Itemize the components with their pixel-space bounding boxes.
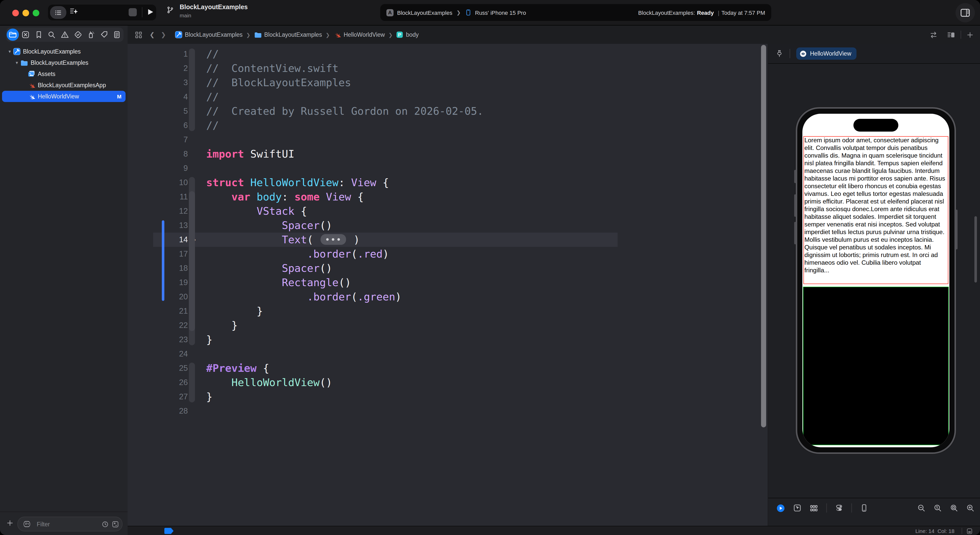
code-line-12[interactable]: 12 VStack { (127, 204, 768, 218)
preview-device-button[interactable] (860, 504, 868, 512)
swap-editor-button[interactable] (929, 30, 938, 39)
code-line-27[interactable]: 27} (127, 390, 768, 404)
window-title: BlockLayoutExamples (180, 3, 248, 11)
iphone-preview-device[interactable]: Lorem ipsum odor amet, consectetuer adip… (796, 107, 956, 454)
code-fold-ribbon[interactable] (189, 191, 195, 331)
zoom-out-button[interactable] (917, 504, 925, 512)
code-line-2[interactable]: 2// ContentView.swift (127, 61, 768, 76)
navigator-tab-magnifier[interactable] (46, 29, 58, 41)
code-line-24[interactable]: 24 (127, 347, 768, 361)
code-editor[interactable]: 1//2// ContentView.swift3// BlockLayoutE… (127, 44, 768, 526)
navigator-tab-folder-tab[interactable] (6, 29, 19, 41)
selectable-mode-button[interactable] (793, 504, 801, 512)
file-tree-row-blocklayoutexamples[interactable]: ▾BlockLayoutExamples (0, 57, 127, 68)
add-editor-button[interactable] (966, 31, 974, 38)
zoom-fit-button[interactable] (950, 504, 958, 512)
filter-field[interactable]: Filter (18, 517, 123, 532)
code-line-9[interactable]: 9 (127, 161, 768, 175)
filter-options-icon[interactable] (21, 521, 33, 528)
code-line-21[interactable]: 21 } (127, 304, 768, 318)
code-line-18[interactable]: 18 Spacer() (127, 261, 768, 275)
code-line-3[interactable]: 3// BlockLayoutExamples (127, 76, 768, 90)
chevron-right-icon: ❯ (326, 32, 330, 38)
code-line-28[interactable]: 28 (127, 404, 768, 418)
go-forward-button[interactable]: ❯ (161, 31, 166, 38)
code-line-25[interactable]: 25#Preview { (127, 361, 768, 375)
code-line-13[interactable]: 13 Spacer() (127, 218, 768, 233)
preview-scrollbar[interactable] (974, 216, 977, 283)
scheme-name[interactable]: BlockLayoutExamples (397, 10, 452, 16)
navigator-tab-bookmark[interactable] (33, 29, 45, 41)
code-line-26[interactable]: 26 HelloWorldView() (127, 375, 768, 390)
code-line-6[interactable]: 6// (127, 118, 768, 133)
navigator-tab-report-doc[interactable] (111, 29, 123, 41)
code-line-1[interactable]: 1// (127, 47, 768, 61)
code-line-22[interactable]: 22 } (127, 318, 768, 333)
related-items-button[interactable] (135, 31, 142, 38)
plusminus-filter-icon[interactable] (112, 521, 119, 528)
code-line-10[interactable]: 10struct HelloWorldView: View { (127, 175, 768, 190)
file-tree-row-assets[interactable]: Assets (0, 68, 127, 79)
variants-button[interactable] (810, 504, 818, 512)
minimize-window-button[interactable] (22, 10, 29, 16)
code-line-23[interactable]: 23} (127, 333, 768, 347)
file-tree-row-blocklayoutexamples[interactable]: ▾BlockLayoutExamples (0, 46, 127, 57)
intelligence-button[interactable] (69, 6, 78, 15)
folded-code-pill[interactable] (321, 234, 346, 244)
recent-filter-icon[interactable] (102, 521, 109, 528)
disclosure-chevron-icon[interactable]: ▾ (7, 49, 12, 54)
stop-button[interactable] (129, 8, 137, 16)
navigator-tab-warning-triangle[interactable] (59, 29, 71, 41)
device-settings-button[interactable] (835, 504, 843, 512)
jump-bar: ❮ ❯ BlockLayoutExamples❯BlockLayoutExamp… (127, 25, 980, 44)
navigator-tab-x-square[interactable] (20, 29, 32, 41)
editor-bottom-icon[interactable] (966, 528, 973, 534)
volume-up-button (794, 194, 796, 217)
code-line-4[interactable]: 4// (127, 90, 768, 104)
disclosure-chevron-icon[interactable]: ▾ (14, 60, 19, 65)
swift-bird-icon (27, 82, 35, 89)
run-button[interactable] (146, 8, 155, 16)
run-destination[interactable]: Russ' iPhone 15 Pro (475, 10, 526, 16)
code-line-8[interactable]: 8import SwiftUI (127, 147, 768, 161)
navigator-toggle-button[interactable] (50, 6, 66, 19)
line-number: 23 (127, 333, 188, 347)
code-fold-ribbon[interactable] (189, 363, 195, 402)
navigator-tab-spray-can[interactable] (85, 29, 97, 41)
code-line-20[interactable]: 20 .border(.green) (127, 290, 768, 304)
breadcrumb-label: body (406, 32, 419, 38)
navigator-tab-tag[interactable] (98, 29, 110, 41)
add-button[interactable] (6, 519, 14, 527)
inspector-toggle-button[interactable] (956, 3, 975, 22)
go-back-button[interactable]: ❮ (150, 31, 155, 38)
pin-icon[interactable] (775, 49, 783, 58)
breakpoint-tag[interactable] (164, 528, 173, 534)
code-line-17[interactable]: 17 .border(.red) (127, 247, 768, 261)
code-line-5[interactable]: 5// Created by Russell Gordon on 2026-02… (127, 104, 768, 118)
file-tree-row-blocklayoutexamplesapp[interactable]: BlockLayoutExamplesApp (0, 79, 127, 91)
preview-tab[interactable]: HelloWorldView (796, 48, 856, 60)
file-tree-row-helloworldview[interactable]: HelloWorldViewM (0, 91, 127, 102)
breadcrumb-item-blocklayoutexamples[interactable]: BlockLayoutExamples (175, 31, 242, 38)
zoom-in-button[interactable] (966, 504, 974, 512)
activity-viewer[interactable]: A BlockLayoutExamples ❯ Russ' iPhone 15 … (380, 4, 771, 21)
close-window-button[interactable] (12, 10, 19, 16)
code-line-11[interactable]: 11 var body: some View { (127, 190, 768, 204)
breadcrumb-item-body[interactable]: Pbody (396, 31, 419, 38)
zoom-window-button[interactable] (33, 10, 39, 16)
editor-scrollbar[interactable] (761, 45, 766, 427)
code-fold-ribbon[interactable] (189, 48, 195, 131)
editor-options-button[interactable] (947, 30, 956, 39)
code-line-14[interactable]: 14❯ Text( ) (127, 233, 768, 247)
preview-canvas[interactable]: Lorem ipsum odor amet, consectetuer adip… (768, 63, 980, 498)
navigator-tab-diamond-check[interactable] (72, 29, 84, 41)
zoom-100-button[interactable] (934, 504, 942, 512)
breadcrumb-item-blocklayoutexamples[interactable]: BlockLayoutExamples (254, 31, 322, 38)
cursor-line-indicator: Line: 14 (915, 528, 935, 534)
breadcrumb-item-helloworldview[interactable]: HelloWorldView (333, 31, 385, 38)
status-scheme: BlockLayoutExamples: (638, 10, 695, 16)
code-line-19[interactable]: 19 Rectangle() (127, 275, 768, 290)
app-icon: A (387, 9, 393, 16)
code-line-7[interactable]: 7 (127, 133, 768, 147)
live-preview-button[interactable] (776, 504, 785, 512)
